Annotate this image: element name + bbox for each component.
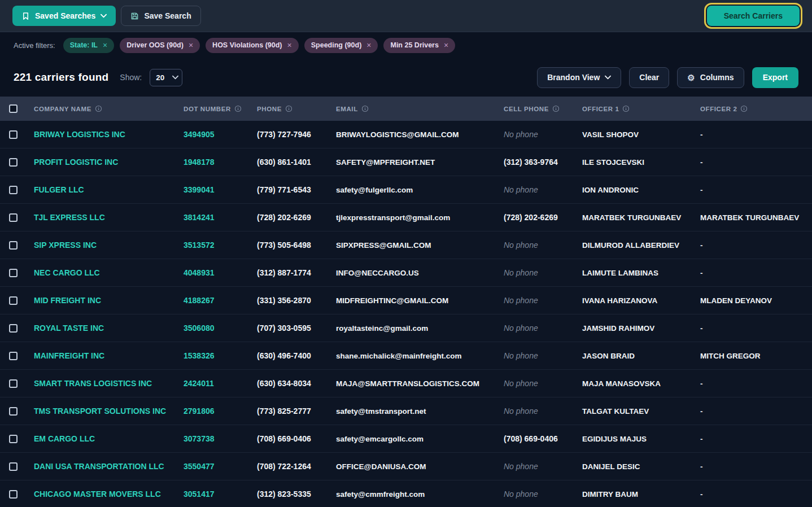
row-checkbox[interactable]: [9, 462, 18, 471]
filter-chip[interactable]: HOS Violations (90d) ×: [206, 38, 299, 53]
row-checkbox-cell: [0, 158, 25, 167]
row-checkbox[interactable]: [9, 158, 18, 167]
column-header[interactable]: Cell Phone: [495, 105, 573, 112]
table-row[interactable]: BRIWAY LOGISTICS INC 3494905 (773) 727-7…: [0, 121, 812, 148]
company-name-link[interactable]: BRIWAY LOGISTICS INC: [34, 130, 125, 139]
row-checkbox[interactable]: [9, 269, 18, 277]
dot-number-link[interactable]: 3073738: [184, 434, 215, 443]
chip-close-icon[interactable]: ×: [366, 41, 371, 49]
chip-close-icon[interactable]: ×: [444, 41, 448, 49]
dot-number-link[interactable]: 1538326: [184, 351, 215, 360]
company-name-link[interactable]: FULGER LLC: [34, 185, 84, 194]
filter-chip[interactable]: Driver OOS (90d) ×: [120, 38, 200, 53]
cell-phone-cell: No phone: [495, 407, 573, 416]
columns-button[interactable]: ⚙ Columns: [677, 67, 744, 88]
dot-number-link[interactable]: 4048931: [184, 268, 215, 277]
company-name-link[interactable]: PROFIT LOGISTIC INC: [34, 158, 118, 167]
table-row[interactable]: DANI USA TRANSPORTATION LLC 3550477 (708…: [0, 453, 812, 480]
table-row[interactable]: FULGER LLC 3399041 (779) 771-6543 safety…: [0, 176, 812, 204]
page-size-select[interactable]: 20: [150, 69, 182, 86]
save-icon: [130, 12, 139, 20]
chip-close-icon[interactable]: ×: [103, 41, 107, 49]
officer1-cell: ION ANDRONIC: [573, 186, 691, 194]
dot-number-link[interactable]: 1948178: [184, 158, 215, 167]
column-header-label: Company Name: [34, 106, 91, 112]
export-button[interactable]: Export: [752, 67, 798, 88]
column-header[interactable]: Officer 2: [691, 105, 812, 112]
dot-number-link[interactable]: 2424011: [184, 379, 214, 388]
officer1-cell: JAMSHID RAHIMOV: [573, 324, 691, 333]
dot-number-link[interactable]: 3399041: [184, 185, 215, 194]
company-name-link[interactable]: SMART TRANS LOGISTICS INC: [34, 379, 152, 388]
row-checkbox[interactable]: [9, 407, 18, 416]
table-row[interactable]: SIP XPRESS INC 3513572 (773) 505-6498 SI…: [0, 231, 812, 259]
select-all-cell: [0, 104, 25, 113]
active-filters-label: Active filters:: [14, 41, 55, 50]
select-all-checkbox[interactable]: [9, 104, 18, 113]
email-cell: OFFICE@DANIUSA.COM: [327, 462, 495, 471]
company-name-link[interactable]: NEC CARGO LLC: [34, 268, 100, 277]
table-row[interactable]: SMART TRANS LOGISTICS INC 2424011 (630) …: [0, 370, 812, 397]
chip-close-icon[interactable]: ×: [287, 41, 292, 49]
company-name-link[interactable]: ROYAL TASTE INC: [34, 324, 104, 333]
company-name-link[interactable]: MID FREIGHT INC: [34, 296, 101, 305]
column-header[interactable]: Phone: [248, 105, 327, 112]
dot-number-link[interactable]: 3513572: [184, 241, 215, 250]
dot-number-link[interactable]: 2791806: [184, 407, 215, 416]
chip-close-icon[interactable]: ×: [189, 41, 193, 49]
column-header[interactable]: Company Name: [25, 105, 174, 112]
save-search-button[interactable]: Save Search: [121, 6, 200, 26]
company-name-link[interactable]: SIP XPRESS INC: [34, 241, 97, 250]
column-header[interactable]: Email: [327, 105, 495, 112]
dot-number-link[interactable]: 3550477: [184, 462, 215, 471]
filter-chip[interactable]: Speeding (90d) ×: [304, 38, 378, 53]
table-row[interactable]: PROFIT LOGISTIC INC 1948178 (630) 861-14…: [0, 148, 812, 176]
row-checkbox[interactable]: [9, 352, 18, 360]
row-checkbox[interactable]: [9, 324, 18, 333]
table-row[interactable]: ROYAL TASTE INC 3506080 (707) 303-0595 r…: [0, 314, 812, 342]
table-row[interactable]: NEC CARGO LLC 4048931 (312) 887-1774 INF…: [0, 259, 812, 287]
dot-number-link[interactable]: 4188267: [184, 296, 215, 305]
table-row[interactable]: EM CARGO LLC 3073738 (708) 669-0406 safe…: [0, 425, 812, 453]
row-checkbox[interactable]: [9, 213, 18, 222]
dot-number-link[interactable]: 3051417: [184, 489, 215, 499]
company-name-link[interactable]: MAINFREIGHT INC: [34, 351, 104, 360]
dot-number-link[interactable]: 3494905: [184, 130, 215, 139]
company-name-link[interactable]: EM CARGO LLC: [34, 434, 95, 443]
row-checkbox-cell: [0, 241, 25, 250]
company-name-link[interactable]: CHICAGO MASTER MOVERS LLC: [34, 489, 161, 499]
row-checkbox[interactable]: [9, 490, 18, 499]
table-row[interactable]: TMS TRANSPORT SOLUTIONS INC 2791806 (773…: [0, 397, 812, 425]
row-checkbox[interactable]: [9, 241, 18, 250]
row-checkbox[interactable]: [9, 435, 18, 443]
table-row[interactable]: TJL EXPRESS LLC 3814241 (728) 202-6269 t…: [0, 204, 812, 231]
column-header-label: Officer 1: [582, 106, 619, 112]
dot-number-link[interactable]: 3814241: [184, 213, 215, 222]
row-checkbox-cell: [0, 296, 25, 305]
clear-button[interactable]: Clear: [629, 67, 669, 88]
company-name-link[interactable]: TJL EXPRESS LLC: [34, 213, 105, 222]
view-selector-label: Brandon View: [547, 73, 600, 82]
search-carriers-button[interactable]: Search Carriers: [707, 6, 800, 26]
row-checkbox[interactable]: [9, 186, 18, 194]
row-checkbox[interactable]: [9, 379, 18, 388]
row-checkbox[interactable]: [9, 130, 18, 139]
company-name-link[interactable]: DANI USA TRANSPORTATION LLC: [34, 462, 164, 471]
info-icon: [740, 105, 748, 112]
column-header[interactable]: DOT Number: [174, 105, 248, 112]
phone-cell: (630) 861-1401: [248, 158, 327, 167]
filter-chip[interactable]: Min 25 Drivers ×: [383, 38, 455, 53]
view-selector-button[interactable]: Brandon View: [537, 67, 621, 88]
table-row[interactable]: CHICAGO MASTER MOVERS LLC 3051417 (312) …: [0, 480, 812, 507]
table-row[interactable]: MAINFREIGHT INC 1538326 (630) 496-7400 s…: [0, 342, 812, 370]
company-name-link[interactable]: TMS TRANSPORT SOLUTIONS INC: [34, 407, 166, 416]
saved-searches-button[interactable]: Saved Searches: [12, 6, 116, 26]
table-row[interactable]: MID FREIGHT INC 4188267 (331) 356-2870 M…: [0, 287, 812, 314]
dot-number-link[interactable]: 3506080: [184, 324, 215, 333]
filter-chip[interactable]: State: IL ×: [63, 38, 115, 53]
column-header[interactable]: Officer 1: [573, 105, 691, 112]
row-checkbox[interactable]: [9, 296, 18, 305]
results-count: 221 carriers found: [14, 71, 108, 84]
clear-label: Clear: [639, 73, 659, 82]
officer1-cell: DANIJEL DESIC: [573, 462, 691, 471]
